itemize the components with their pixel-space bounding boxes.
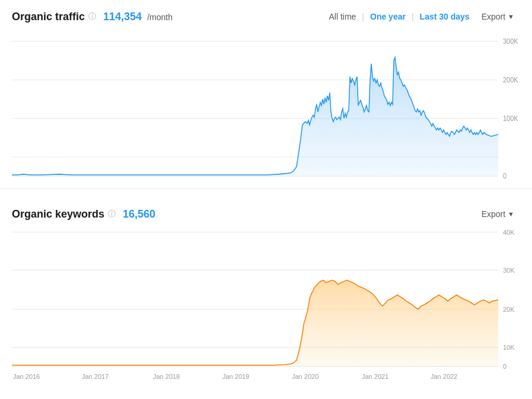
svg-text:Jan 2018: Jan 2018 [153, 373, 180, 380]
svg-text:30K: 30K [503, 267, 515, 274]
svg-text:0: 0 [503, 363, 506, 370]
svg-text:Jan 2021: Jan 2021 [362, 373, 388, 380]
svg-text:100K: 100K [503, 115, 518, 122]
traffic-chart: 300K 200K 100K 0 Jan 2016 Jan 2017 Jan 2… [12, 28, 520, 183]
traffic-info-icon[interactable]: ⓘ [88, 11, 96, 22]
svg-text:Jan 2016: Jan 2016 [13, 181, 40, 183]
keywords-info-icon[interactable]: ⓘ [108, 209, 116, 219]
svg-text:20K: 20K [503, 305, 515, 312]
organic-keywords-panel: Organic keywords ⓘ 16,560 Export ▼ 40K 3… [0, 197, 532, 380]
svg-text:Jan 2017: Jan 2017 [82, 373, 109, 380]
traffic-metric-value: 114,354 [103, 11, 142, 23]
keywords-export-chevron-icon: ▼ [508, 210, 514, 218]
svg-text:Jan 2022: Jan 2022 [431, 181, 457, 183]
keywords-svg: 40K 30K 20K 10K 0 Jan 2016 Jan 2017 Jan … [12, 226, 520, 380]
keywords-export-label: Export [482, 209, 505, 219]
svg-text:Jan 2020: Jan 2020 [292, 373, 318, 380]
svg-text:Jan 2020: Jan 2020 [292, 181, 318, 183]
svg-text:Jan 2021: Jan 2021 [362, 181, 388, 183]
export-chevron-icon: ▼ [508, 13, 514, 20]
svg-text:Jan 2019: Jan 2019 [222, 181, 249, 183]
keywords-chart: 40K 30K 20K 10K 0 Jan 2016 Jan 2017 Jan … [12, 226, 520, 380]
keywords-metric: 16,560 [123, 208, 155, 221]
keywords-export-btn[interactable]: Export ▼ [476, 207, 520, 221]
svg-text:300K: 300K [503, 38, 518, 45]
svg-text:Jan 2017: Jan 2017 [82, 181, 109, 183]
keywords-header: Organic keywords ⓘ 16,560 Export ▼ [12, 207, 520, 221]
svg-text:0: 0 [503, 173, 506, 180]
keywords-title: Organic keywords [12, 208, 104, 221]
filter-one-year[interactable]: One year [364, 9, 412, 24]
svg-text:Jan 2016: Jan 2016 [13, 373, 40, 380]
svg-text:Jan 2018: Jan 2018 [153, 181, 180, 183]
traffic-title: Organic traffic [12, 11, 85, 23]
traffic-header: Organic traffic ⓘ 114,354 /month All tim… [12, 9, 520, 24]
keywords-export-group: Export ▼ [476, 207, 520, 221]
traffic-export-btn[interactable]: Export ▼ [476, 9, 520, 24]
export-label: Export [482, 12, 505, 21]
svg-text:Jan 2022: Jan 2022 [431, 373, 457, 380]
filter-last-30-days[interactable]: Last 30 days [414, 9, 476, 24]
svg-text:10K: 10K [503, 344, 515, 351]
traffic-metric-suffix: /month [147, 12, 173, 22]
svg-text:Jan 2019: Jan 2019 [222, 373, 249, 380]
filter-all-time[interactable]: All time [323, 9, 362, 24]
organic-traffic-panel: Organic traffic ⓘ 114,354 /month All tim… [0, 0, 532, 183]
traffic-metric: 114,354 /month [103, 11, 173, 23]
panel-divider [0, 189, 532, 189]
svg-text:200K: 200K [503, 76, 518, 84]
traffic-svg: 300K 200K 100K 0 Jan 2016 Jan 2017 Jan 2… [12, 28, 520, 183]
time-filter-group: All time | One year | Last 30 days Expor… [323, 9, 520, 24]
svg-text:40K: 40K [503, 228, 515, 235]
